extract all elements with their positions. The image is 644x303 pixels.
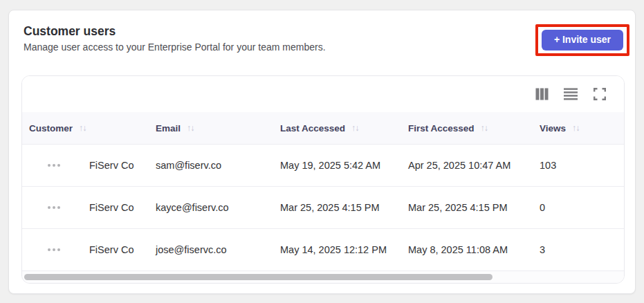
column-label: First Accessed bbox=[408, 123, 475, 134]
column-header-last_accessed[interactable]: Last Accessed↑↓ bbox=[273, 123, 401, 134]
column-label: Email bbox=[156, 123, 181, 134]
cell-last_accessed: Mar 25, 2025 4:15 PM bbox=[273, 202, 401, 213]
column-label: Views bbox=[540, 123, 566, 134]
cell-last_accessed: May 19, 2025 5:42 AM bbox=[273, 160, 401, 171]
column-header-first_accessed[interactable]: First Accessed↑↓ bbox=[401, 123, 533, 134]
cell-customer: FiServ Co bbox=[22, 160, 149, 171]
panel-header: Customer users Manage user access to you… bbox=[9, 10, 635, 56]
page-subtitle: Manage user access to your Enterprise Po… bbox=[24, 40, 326, 54]
horizontal-scrollbar bbox=[22, 271, 624, 283]
table-row: FiServ Cokayce@fiserv.coMar 25, 2025 4:1… bbox=[22, 187, 624, 229]
cell-views: 3 bbox=[533, 244, 624, 255]
sort-icon: ↑↓ bbox=[572, 124, 580, 133]
sort-icon: ↑↓ bbox=[187, 124, 194, 133]
cell-email: jose@fiservc.co bbox=[149, 244, 273, 255]
row-density-icon[interactable] bbox=[564, 87, 578, 101]
cell-views: 0 bbox=[533, 202, 624, 213]
customer-users-panel: Customer users Manage user access to you… bbox=[8, 10, 636, 294]
column-label: Last Accessed bbox=[280, 123, 345, 134]
invite-user-button[interactable]: + Invite user bbox=[542, 30, 623, 50]
annotation-highlight-box: + Invite user bbox=[535, 24, 629, 56]
cell-email: sam@fiserv.co bbox=[149, 160, 273, 171]
cell-customer: FiServ Co bbox=[22, 202, 149, 213]
table-body: FiServ Cosam@fiserv.coMay 19, 2025 5:42 … bbox=[22, 145, 624, 271]
horizontal-scrollbar-thumb[interactable] bbox=[24, 274, 493, 280]
row-actions-icon[interactable] bbox=[46, 203, 62, 212]
customer-name: FiServ Co bbox=[89, 244, 134, 255]
row-actions-icon[interactable] bbox=[46, 161, 62, 169]
column-header-views[interactable]: Views↑↓ bbox=[533, 123, 624, 134]
cell-customer: FiServ Co bbox=[22, 244, 149, 255]
cell-first_accessed: May 8, 2025 11:08 AM bbox=[401, 244, 533, 255]
cell-email: kayce@fiserv.co bbox=[149, 202, 273, 213]
column-header-email[interactable]: Email↑↓ bbox=[149, 123, 273, 134]
users-table: Customer↑↓Email↑↓Last Accessed↑↓First Ac… bbox=[21, 75, 625, 284]
sort-icon: ↑↓ bbox=[481, 124, 488, 133]
sort-icon: ↑↓ bbox=[351, 124, 359, 133]
column-header-customer[interactable]: Customer↑↓ bbox=[22, 123, 149, 134]
cell-views: 103 bbox=[533, 160, 624, 171]
table-toolbar bbox=[22, 76, 624, 112]
columns-icon[interactable] bbox=[535, 87, 549, 101]
cell-last_accessed: May 14, 2025 12:12 PM bbox=[273, 244, 401, 255]
page-title: Customer users bbox=[24, 24, 326, 39]
table-row: FiServ Cosam@fiserv.coMay 19, 2025 5:42 … bbox=[22, 145, 624, 187]
customer-name: FiServ Co bbox=[89, 160, 134, 171]
panel-title-block: Customer users Manage user access to you… bbox=[24, 24, 326, 54]
customer-name: FiServ Co bbox=[89, 202, 134, 213]
sort-icon: ↑↓ bbox=[79, 124, 86, 133]
row-actions-icon[interactable] bbox=[46, 246, 62, 254]
cell-first_accessed: Apr 25, 2025 10:47 AM bbox=[401, 160, 533, 171]
table-row: FiServ Cojose@fiservc.coMay 14, 2025 12:… bbox=[22, 229, 624, 271]
table-header-row: Customer↑↓Email↑↓Last Accessed↑↓First Ac… bbox=[22, 112, 624, 145]
fullscreen-icon[interactable] bbox=[593, 87, 607, 101]
column-label: Customer bbox=[29, 123, 73, 134]
cell-first_accessed: Mar 25, 2025 4:15 PM bbox=[401, 202, 533, 213]
